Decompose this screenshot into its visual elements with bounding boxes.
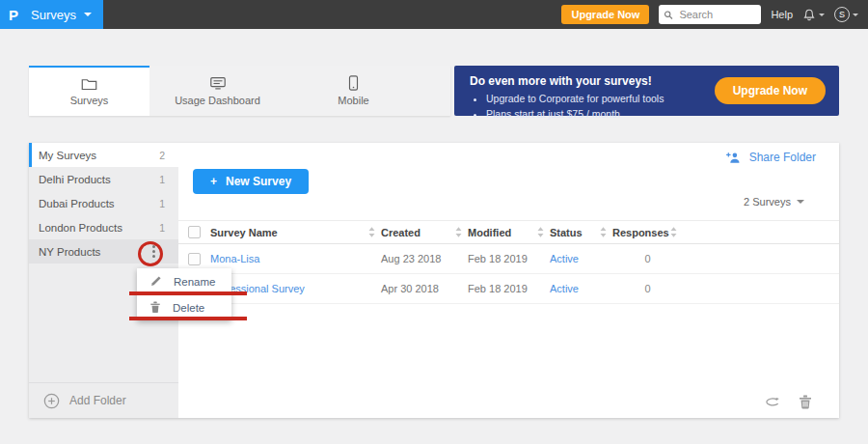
share-person-icon [726, 152, 742, 164]
plus-icon: + [210, 175, 217, 188]
help-link[interactable]: Help [771, 9, 793, 20]
folder-label: Delhi Products [39, 174, 111, 185]
folder-label: London Products [39, 222, 122, 234]
sort-icon [368, 227, 375, 237]
row-checkbox[interactable] [188, 253, 201, 265]
product-name: Surveys [31, 8, 76, 22]
surveys-table: Survey Name Created Modified Status Resp… [178, 220, 839, 304]
trash-icon[interactable] [799, 395, 812, 409]
header-status[interactable]: Status [550, 227, 612, 238]
surveys-panel: My Surveys 2 Delhi Products 1 Dubai Prod… [29, 143, 839, 418]
add-folder-button[interactable]: Add Folder [29, 382, 178, 418]
plus-circle-icon [43, 393, 60, 409]
tab-usage-dashboard[interactable]: Usage Dashboard [149, 66, 285, 116]
tab-mobile[interactable]: Mobile [285, 66, 421, 116]
table-row: Mona-Lisa Aug 23 2018 Feb 18 2019 Active… [178, 244, 839, 274]
new-survey-button[interactable]: + New Survey [193, 169, 309, 194]
search-icon [664, 10, 673, 20]
header-label: Created [381, 227, 420, 238]
topbar: P Surveys Upgrade Now Help S [0, 0, 868, 29]
trash-icon [149, 301, 161, 314]
sidebar-item-ny-products[interactable]: NY Products [29, 239, 178, 264]
created-date: Aug 23 2018 [381, 253, 468, 264]
banner-upgrade-button[interactable]: Upgrade Now [715, 77, 826, 104]
modified-date: Feb 18 2019 [468, 253, 550, 264]
banner-title: Do even more with your surveys! [470, 74, 694, 88]
survey-list-area: Share Folder + New Survey 2 Surveys Surv… [178, 143, 839, 418]
new-survey-label: New Survey [226, 175, 291, 188]
header-modified[interactable]: Modified [468, 227, 550, 238]
sidebar-item-delhi-products[interactable]: Delhi Products 1 [29, 167, 178, 191]
header-survey-name[interactable]: Survey Name [210, 227, 381, 238]
chevron-down-icon [853, 14, 858, 16]
tabs-row: Surveys Usage Dashboard Mobile Do even m… [29, 66, 839, 116]
chevron-down-icon [84, 13, 92, 16]
folder-icon [81, 77, 97, 91]
folder-count: 1 [159, 222, 165, 234]
topbar-actions: Upgrade Now Help S [561, 5, 868, 24]
select-all-checkbox[interactable] [188, 226, 201, 238]
tab-surveys[interactable]: Surveys [29, 66, 149, 116]
header-label: Modified [468, 227, 511, 238]
account-menu[interactable]: S [834, 7, 858, 22]
surveys-count-dropdown[interactable]: 2 Surveys [744, 196, 804, 208]
folder-label: Dubai Products [39, 198, 115, 209]
chevron-down-icon [819, 14, 825, 16]
product-switcher[interactable]: P Surveys [0, 0, 103, 29]
sidebar-item-my-surveys[interactable]: My Surveys 2 [29, 143, 178, 167]
tab-label: Mobile [338, 95, 368, 106]
folder-count: 1 [159, 198, 165, 209]
table-header-row: Survey Name Created Modified Status Resp… [178, 220, 839, 244]
header-created[interactable]: Created [381, 227, 468, 238]
add-folder-label: Add Folder [69, 394, 126, 407]
menu-item-delete[interactable]: Delete [137, 294, 231, 320]
folder-context-menu: Rename Delete [137, 268, 231, 320]
header-responses[interactable]: Responses [612, 227, 683, 238]
folder-label: My Surveys [39, 150, 96, 161]
search-input[interactable] [677, 8, 756, 21]
folder-count: 2 [159, 150, 165, 161]
sort-icon [600, 227, 607, 237]
header-label: Responses [612, 227, 669, 238]
survey-name-link[interactable]: Mona-Lisa [210, 253, 259, 264]
chevron-down-icon [797, 200, 804, 204]
header-label: Survey Name [210, 227, 278, 238]
responses-count: 0 [612, 253, 683, 264]
folder-options-kebab-icon[interactable] [152, 245, 155, 258]
banner-bullets: Upgrade to Corporate for powerful tools … [486, 92, 694, 123]
responses-count: 0 [612, 283, 683, 294]
restore-icon[interactable] [765, 396, 781, 408]
tab-label: Usage Dashboard [175, 95, 260, 106]
share-folder-button[interactable]: Share Folder [726, 151, 816, 164]
notifications-menu[interactable] [802, 8, 825, 22]
dashboard-icon [209, 76, 227, 91]
header-label: Status [550, 227, 583, 238]
upgrade-now-button[interactable]: Upgrade Now [561, 5, 649, 24]
menu-item-label: Rename [174, 276, 215, 288]
banner-bullet: Plans start at just $75 / month [486, 107, 694, 123]
sidebar-item-london-products[interactable]: London Products 1 [29, 215, 178, 239]
pencil-icon [149, 275, 162, 288]
banner-bullet: Upgrade to Corporate for powerful tools [486, 92, 694, 107]
menu-item-rename[interactable]: Rename [137, 268, 231, 294]
status-badge: Active [550, 283, 579, 294]
tab-label: Surveys [70, 95, 109, 106]
sidebar-item-dubai-products[interactable]: Dubai Products 1 [29, 191, 178, 215]
table-row: Professional Survey Apr 30 2018 Feb 18 2… [178, 274, 839, 304]
app-logo: P [9, 7, 18, 23]
sort-icon [670, 227, 677, 237]
avatar: S [834, 7, 850, 22]
folder-label: NY Products [39, 246, 100, 258]
folder-count: 1 [159, 174, 165, 185]
sort-icon [455, 227, 462, 237]
bell-icon [802, 8, 816, 22]
upgrade-banner: Do even more with your surveys! Upgrade … [454, 66, 839, 116]
surveys-count-label: 2 Surveys [744, 196, 791, 208]
search-box[interactable] [659, 5, 761, 24]
modified-date: Feb 18 2019 [468, 283, 550, 294]
share-folder-label: Share Folder [749, 151, 816, 164]
tab-strip: Surveys Usage Dashboard Mobile [29, 66, 450, 116]
sort-icon [537, 227, 544, 237]
status-badge: Active [550, 253, 579, 264]
created-date: Apr 30 2018 [381, 283, 468, 294]
